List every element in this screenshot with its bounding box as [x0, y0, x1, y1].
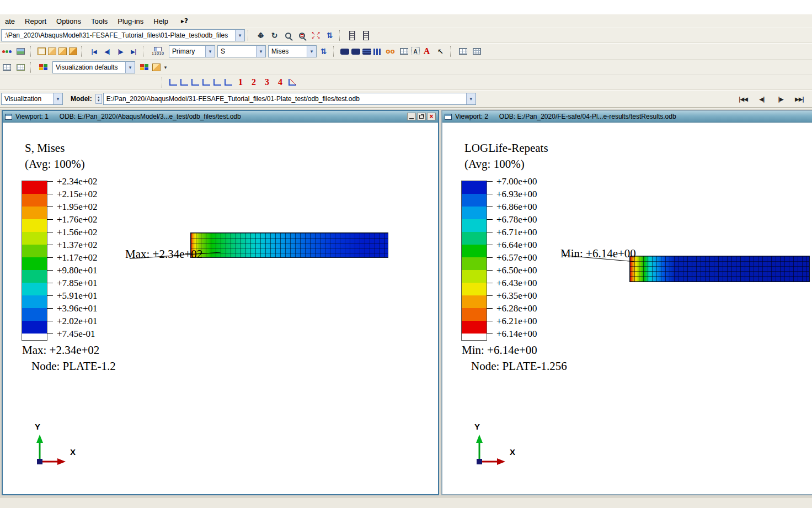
viewport-2[interactable]: Viewport: 2 ODB: E:/Pan_2020/FE-safe/04-…: [441, 110, 812, 495]
user-view-number-button[interactable]: 1: [238, 77, 243, 87]
viewport-2-title: Viewport: 2: [455, 113, 488, 120]
render-wireframe-icon[interactable]: [38, 47, 46, 55]
legend-value: +1.56e+02: [57, 227, 97, 238]
contour-model-plot[interactable]: [190, 232, 388, 258]
refresh-plot-icon[interactable]: ⇅: [317, 45, 330, 58]
legend-swatch: [22, 270, 47, 283]
model-spinner[interactable]: ▴▾: [95, 94, 102, 104]
menu-item[interactable]: Help: [148, 15, 173, 27]
triad-arrows-icon: [28, 433, 78, 467]
legend-swatch: [22, 245, 47, 257]
window-buttons: ×: [407, 113, 436, 120]
combo-dropdown-icon[interactable]: ▾: [256, 46, 265, 57]
viewport-2-titlebar[interactable]: Viewport: 2 ODB: E:/Pan_2020/FE-safe/04-…: [442, 111, 812, 123]
common-plot-options-icon[interactable]: oo: [384, 45, 397, 58]
menu-item[interactable]: Report: [20, 15, 51, 27]
viewport-1-canvas[interactable]: S, Mises (Avg: 100%) +2.34e+02+2.15e+02+…: [3, 123, 438, 494]
view-front-icon[interactable]: [169, 79, 177, 86]
result-options-icon[interactable]: [398, 45, 410, 58]
plot-deformed-icon[interactable]: [351, 49, 360, 55]
combo-dropdown-icon[interactable]: ▾: [53, 93, 62, 104]
odb-path-combo[interactable]: :\Pan_2020\AbaqusModel\31-FESAFE_Tutoria…: [1, 29, 245, 41]
context-help-icon[interactable]: ▸?: [181, 17, 188, 25]
menu-item[interactable]: ate: [0, 15, 20, 27]
plot-undeformed-icon[interactable]: [340, 49, 349, 55]
frame-nav-button[interactable]: |◀◀: [736, 93, 750, 104]
close-button[interactable]: ×: [427, 113, 436, 120]
viewport-1[interactable]: Viewport: 1 ODB: E:/Pan_2020/AbaqusModel…: [2, 110, 439, 495]
render-shaded-icon[interactable]: [58, 47, 67, 55]
pan-view-icon[interactable]: ↔↕: [254, 29, 267, 42]
menu-item[interactable]: Options: [51, 15, 86, 27]
superimpose-options-icon[interactable]: A: [411, 47, 420, 55]
legend-value: +1.76e+02: [57, 214, 97, 225]
frame-nav-button[interactable]: ◀|: [755, 93, 769, 104]
view-right-icon[interactable]: [225, 79, 232, 86]
model-path-combo[interactable]: E:/Pan_2020/AbaqusModel/31-FESAFE_Tutori…: [103, 93, 476, 105]
toolbar-separator: [248, 30, 251, 41]
edit-display-group-icon[interactable]: [14, 61, 27, 73]
plot-contours-icon[interactable]: [362, 49, 371, 55]
view-back-icon[interactable]: [180, 79, 188, 86]
xy-report-icon[interactable]: [471, 45, 483, 58]
create-display-group-icon[interactable]: [1, 61, 13, 73]
frame-nav-button[interactable]: ▶▶|: [792, 93, 806, 104]
render-style-cube-icon[interactable]: [152, 64, 161, 71]
field-output-dialog-icon[interactable]: 11010: [149, 45, 166, 58]
color-code-palette-icon[interactable]: [37, 61, 50, 73]
view-cut-icon[interactable]: [346, 29, 359, 42]
user-view-number-button[interactable]: 2: [252, 77, 256, 87]
render-style-dropdown-icon[interactable]: ▾: [162, 61, 169, 73]
viewport-1-titlebar[interactable]: Viewport: 1 ODB: E:/Pan_2020/AbaqusModel…: [3, 111, 438, 123]
legend-swatch: [462, 270, 487, 283]
user-view-number-button[interactable]: 3: [265, 77, 269, 87]
annotation-manager-icon[interactable]: A: [420, 45, 433, 58]
color-code-defaults-combo[interactable]: Visualization defaults ▾: [52, 61, 135, 73]
combo-dropdown-icon[interactable]: ▾: [466, 93, 476, 104]
frame-nav-button[interactable]: ▶|: [127, 46, 140, 57]
minimize-button[interactable]: [407, 113, 416, 120]
combo-dropdown-icon[interactable]: ▾: [307, 46, 316, 57]
view-bottom-icon[interactable]: [202, 79, 210, 86]
restore-button[interactable]: [417, 113, 426, 120]
invariant-combo[interactable]: Mises ▾: [268, 45, 317, 57]
color-dialog-icon[interactable]: [138, 61, 151, 73]
open-odb-icon[interactable]: [1, 45, 13, 58]
combo-dropdown-icon[interactable]: ▾: [235, 30, 244, 41]
magnify-view-icon[interactable]: [282, 29, 295, 42]
box-zoom-icon[interactable]: [296, 29, 308, 42]
allow-multiple-plot-states-icon[interactable]: [373, 49, 382, 55]
menu-item[interactable]: Plug-ins: [113, 15, 148, 27]
view-top-icon[interactable]: [191, 79, 199, 86]
view-iso-icon[interactable]: [289, 79, 296, 86]
viewport-2-canvas[interactable]: LOGLife-Repeats (Avg: 100%) +7.00e+00+6.…: [442, 123, 812, 494]
render-filled-icon[interactable]: [69, 47, 77, 55]
legend-tick: [487, 321, 493, 321]
frame-nav-button[interactable]: |▶: [773, 93, 788, 104]
viewport-2-odb-path: ODB: E:/Pan_2020/FE-safe/04-Pl...e-resul…: [499, 113, 676, 120]
render-hidden-icon[interactable]: [48, 47, 56, 55]
frame-nav-button[interactable]: |◀: [87, 46, 100, 57]
cycle-views-icon[interactable]: ⇅: [323, 29, 336, 42]
legend-value: +2.15e+02: [57, 189, 97, 200]
module-combo[interactable]: Visualization ▾: [1, 93, 63, 105]
combo-dropdown-icon[interactable]: ▾: [125, 62, 135, 73]
contour-model-plot[interactable]: [629, 256, 810, 282]
free-body-cut-icon[interactable]: [360, 29, 372, 42]
rotate-view-icon[interactable]: ↻: [268, 29, 281, 42]
combo-dropdown-icon[interactable]: ▾: [205, 46, 215, 57]
legend-swatch: [462, 207, 487, 219]
auto-fit-view-icon[interactable]: ↖↗↙↘: [309, 29, 322, 42]
window-top-strip: [0, 0, 812, 14]
contour-legend: +2.34e+02+2.15e+02+1.95e+02+1.76e+02+1.5…: [22, 181, 97, 340]
field-output-combo[interactable]: S ▾: [217, 45, 266, 57]
frame-nav-button[interactable]: |▶: [114, 46, 127, 57]
probe-values-icon[interactable]: ↖: [434, 45, 447, 58]
user-view-number-button[interactable]: 4: [278, 77, 282, 87]
create-xy-data-icon[interactable]: [457, 45, 469, 58]
frame-nav-button[interactable]: ◀|: [100, 46, 114, 57]
menu-item[interactable]: Tools: [86, 15, 113, 27]
spectrum-icon[interactable]: [14, 45, 27, 58]
field-position-combo[interactable]: Primary ▾: [169, 45, 215, 57]
view-left-icon[interactable]: [213, 79, 221, 86]
